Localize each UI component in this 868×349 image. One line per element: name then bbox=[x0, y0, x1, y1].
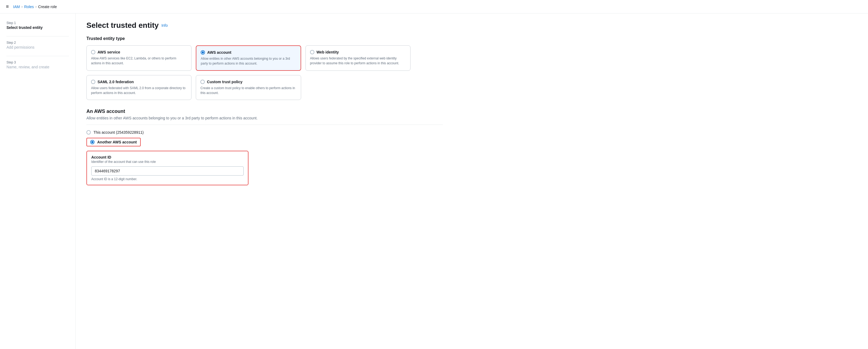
entity-card-aws-account[interactable]: AWS account Allow entities in other AWS … bbox=[196, 45, 301, 71]
entity-card-aws-service-header: AWS service bbox=[91, 50, 187, 54]
page-title: Select trusted entity bbox=[86, 21, 159, 30]
entity-card-aws-account-header: AWS account bbox=[201, 50, 296, 55]
entity-card-aws-account-desc: Allow entities in other AWS accounts bel… bbox=[201, 56, 296, 66]
radio-another-account[interactable] bbox=[90, 140, 95, 144]
account-id-box: Account ID Identifier of the account tha… bbox=[86, 151, 248, 185]
this-account-option[interactable]: This account (254359228911) bbox=[86, 130, 443, 134]
account-id-hint: Account ID is a 12-digit number. bbox=[91, 177, 244, 181]
entity-card-aws-service-title: AWS service bbox=[97, 50, 120, 54]
entity-card-saml[interactable]: SAML 2.0 federation Allow users federate… bbox=[86, 75, 191, 100]
breadcrumb-iam[interactable]: IAM bbox=[13, 5, 20, 9]
entity-card-web-identity-title: Web identity bbox=[316, 50, 339, 54]
breadcrumb-roles[interactable]: Roles bbox=[24, 5, 34, 9]
sidebar: Step 1 Select trusted entity Step 2 Add … bbox=[0, 13, 75, 349]
page-title-row: Select trusted entity Info bbox=[86, 21, 443, 30]
step-2-num: Step 2 bbox=[6, 41, 69, 44]
account-id-label: Account ID bbox=[91, 155, 244, 159]
top-bar: ≡ IAM › Roles › Create role bbox=[0, 0, 868, 13]
radio-custom-trust[interactable] bbox=[200, 80, 205, 84]
breadcrumb-sep-1: › bbox=[21, 5, 23, 9]
another-account-label: Another AWS account bbox=[97, 140, 137, 144]
info-badge[interactable]: Info bbox=[161, 23, 168, 28]
entity-card-web-identity[interactable]: Web identity Allows users federated by t… bbox=[305, 45, 410, 71]
sidebar-step-1: Step 1 Select trusted entity bbox=[6, 21, 69, 30]
aws-account-section-title: An AWS account bbox=[86, 108, 443, 114]
entity-card-custom-trust[interactable]: Custom trust policy Create a custom trus… bbox=[196, 75, 301, 100]
entity-card-saml-header: SAML 2.0 federation bbox=[91, 80, 187, 84]
entity-card-aws-service-desc: Allow AWS services like EC2, Lambda, or … bbox=[91, 56, 187, 66]
main-content: Select trusted entity Info Trusted entit… bbox=[75, 13, 454, 349]
entity-card-aws-account-title: AWS account bbox=[207, 50, 231, 55]
radio-aws-account[interactable] bbox=[201, 50, 205, 55]
step-divider-2 bbox=[6, 56, 69, 56]
breadcrumb-sep-2: › bbox=[35, 5, 36, 9]
entity-card-custom-trust-title: Custom trust policy bbox=[207, 80, 242, 84]
entity-card-web-identity-header: Web identity bbox=[310, 50, 406, 54]
step-1-title: Select trusted entity bbox=[6, 25, 69, 30]
step-3-title: Name, review, and create bbox=[6, 65, 69, 69]
breadcrumb-current: Create role bbox=[38, 5, 57, 9]
entity-card-saml-title: SAML 2.0 federation bbox=[97, 80, 134, 84]
radio-aws-service[interactable] bbox=[91, 50, 95, 54]
aws-account-section: An AWS account Allow entities in other A… bbox=[86, 108, 443, 185]
sidebar-step-3: Step 3 Name, review, and create bbox=[6, 61, 69, 69]
entity-card-saml-desc: Allow users federated with SAML 2.0 from… bbox=[91, 86, 187, 95]
entity-card-web-identity-desc: Allows users federated by the specified … bbox=[310, 56, 406, 66]
radio-web-identity[interactable] bbox=[310, 50, 314, 54]
aws-account-section-desc: Allow entities in other AWS accounts bel… bbox=[86, 116, 443, 120]
this-account-label: This account (254359228911) bbox=[93, 130, 144, 134]
radio-saml[interactable] bbox=[91, 80, 95, 84]
entity-card-custom-trust-header: Custom trust policy bbox=[200, 80, 296, 84]
radio-this-account[interactable] bbox=[86, 130, 91, 134]
step-1-num: Step 1 bbox=[6, 21, 69, 25]
account-id-input[interactable] bbox=[91, 166, 244, 176]
step-3-num: Step 3 bbox=[6, 61, 69, 64]
trusted-entity-type-label: Trusted entity type bbox=[86, 36, 443, 41]
step-divider-1 bbox=[6, 36, 69, 36]
breadcrumb: IAM › Roles › Create role bbox=[13, 5, 57, 9]
step-2-title: Add permissions bbox=[6, 45, 69, 50]
entity-card-custom-trust-desc: Create a custom trust policy to enable o… bbox=[200, 86, 296, 95]
entity-card-aws-service[interactable]: AWS service Allow AWS services like EC2,… bbox=[86, 45, 191, 71]
sidebar-step-2: Step 2 Add permissions bbox=[6, 41, 69, 50]
account-id-sublabel: Identifier of the account that can use t… bbox=[91, 160, 244, 164]
hamburger-icon[interactable]: ≡ bbox=[5, 3, 10, 10]
main-layout: Step 1 Select trusted entity Step 2 Add … bbox=[0, 13, 868, 349]
another-account-option[interactable]: Another AWS account bbox=[86, 138, 141, 147]
